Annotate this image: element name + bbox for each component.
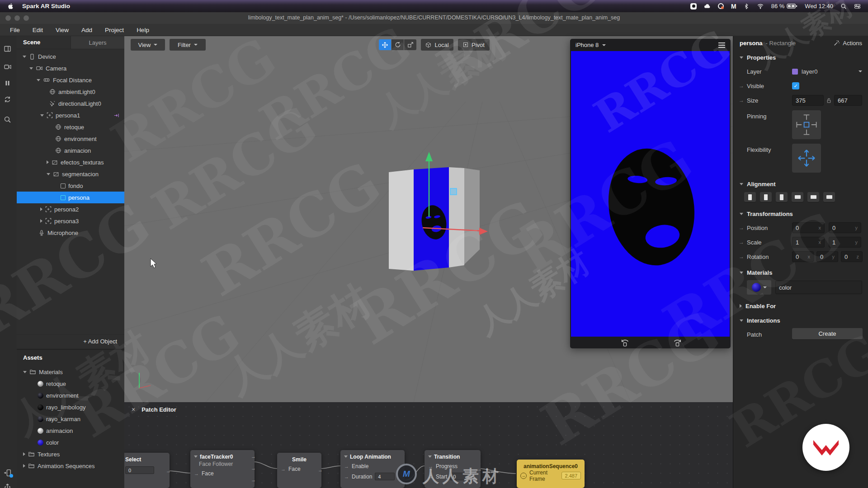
actions-button[interactable]: Actions [834, 40, 862, 47]
tree-item-animacion[interactable]: animacion [17, 145, 124, 156]
rotation-x-field[interactable]: 0x [792, 251, 814, 262]
tree-item-camera[interactable]: Camera [17, 62, 124, 74]
caret-right-icon[interactable] [23, 452, 25, 456]
cloud-status-icon[interactable] [704, 3, 711, 9]
align-left-button[interactable] [744, 192, 756, 202]
sync-restart-icon[interactable] [4, 96, 11, 103]
caret-right-icon[interactable] [23, 464, 25, 468]
caret-right-icon[interactable] [47, 160, 49, 164]
caret-down-icon[interactable] [40, 114, 44, 117]
patch-node-select[interactable]: Select 0 → [124, 453, 170, 488]
position-y-field[interactable]: 0y [829, 222, 861, 233]
material-name-field[interactable]: color [775, 281, 862, 294]
m-status-icon[interactable]: M [731, 3, 736, 10]
rotate-left-icon[interactable] [621, 339, 629, 347]
section-transformations[interactable]: Transformations [733, 208, 868, 220]
add-object-button[interactable]: + Add Object [17, 334, 124, 348]
patch-node-animation-sequence[interactable]: animationSequence0 → Current Frame 2.487 [517, 460, 585, 488]
chevron-down-icon[interactable] [859, 70, 862, 72]
patch-node-loop-animation[interactable]: Loop Animation →Enable → Duration 4 → [340, 450, 405, 488]
tree-item-retoque[interactable]: retoque [17, 121, 124, 133]
asset-folder-materials[interactable]: Materials [17, 366, 124, 378]
visible-checkbox[interactable]: ✓ [792, 82, 799, 89]
output-port[interactable]: → [251, 454, 256, 459]
input-port[interactable]: → [344, 464, 349, 469]
align-bottom-button[interactable] [823, 192, 835, 202]
video-camera-icon[interactable] [4, 63, 12, 70]
duration-field[interactable]: 4 [375, 473, 395, 480]
tree-item-efectos-texturas[interactable]: efectos_texturas [17, 156, 124, 168]
spotlight-search-icon[interactable] [840, 3, 847, 9]
simulator-screen[interactable] [571, 51, 730, 337]
battery-status[interactable]: 86 % [771, 3, 798, 9]
wall-left-segment[interactable] [389, 169, 414, 271]
asset-material-animacion[interactable]: animacion [17, 425, 124, 436]
caret-down-icon[interactable] [29, 67, 33, 70]
asset-material-rayo-karman[interactable]: rayo_karman [17, 413, 124, 425]
scale-tool-button[interactable] [404, 39, 416, 50]
create-patch-button[interactable]: Create [792, 328, 863, 339]
apple-icon[interactable] [7, 3, 14, 9]
tree-item-persona3[interactable]: persona3 [17, 215, 124, 227]
material-picker[interactable] [747, 280, 771, 295]
bluetooth-icon[interactable] [744, 3, 750, 9]
gizmo-plane-handle[interactable] [450, 188, 457, 195]
export-share-icon[interactable] [4, 483, 11, 488]
input-port[interactable]: → [194, 471, 199, 476]
layer-value[interactable]: layer0 [802, 68, 817, 75]
view-dropdown[interactable]: View [131, 39, 165, 51]
flexibility-widget[interactable] [792, 144, 821, 173]
tree-item-fondo[interactable]: fondo [17, 180, 124, 192]
align-right-button[interactable] [776, 192, 788, 202]
section-enable-for[interactable]: Enable For [733, 300, 868, 312]
simulator-menu-icon[interactable] [718, 42, 725, 48]
notification-status-icon[interactable] [718, 3, 724, 9]
asset-material-rayo-limbology[interactable]: rayo_limbology [17, 401, 124, 413]
menu-file[interactable]: File [4, 27, 26, 33]
tab-layers[interactable]: Layers [71, 36, 124, 49]
asset-material-retoque[interactable]: retoque [17, 378, 124, 389]
input-port[interactable]: → [344, 474, 349, 479]
caret-down-icon[interactable] [428, 455, 432, 458]
send-to-device-icon[interactable] [4, 469, 12, 477]
select-value-field[interactable]: 0 [125, 466, 154, 474]
patch-node-smile[interactable]: Smile →Face → [277, 453, 321, 488]
tree-item-segmentacion[interactable]: segmentacion [17, 168, 124, 180]
output-port[interactable]: → [251, 477, 256, 483]
caret-right-icon[interactable] [40, 207, 42, 211]
simulator-device-dropdown[interactable]: iPhone 8 [576, 42, 599, 48]
menubar-clock[interactable]: Wed 12:40 [805, 3, 833, 9]
align-middle-v-button[interactable] [807, 192, 819, 202]
tree-item-persona2[interactable]: persona2 [17, 203, 124, 215]
align-top-button[interactable] [792, 192, 803, 202]
rotation-y-field[interactable]: 0y [816, 251, 838, 262]
menu-help[interactable]: Help [130, 27, 156, 33]
rotation-z-field[interactable]: 0z [841, 251, 863, 262]
caret-down-icon[interactable] [47, 173, 50, 175]
size-height-field[interactable]: 667 [834, 95, 862, 106]
align-center-h-button[interactable] [760, 192, 772, 202]
pivot-button[interactable]: Pivot [458, 39, 490, 51]
asset-material-color[interactable]: color [17, 436, 124, 448]
tree-item-ambientlight[interactable]: ambientLight0 [17, 86, 124, 98]
pinning-widget[interactable] [792, 110, 821, 139]
tab-scene[interactable]: Scene [23, 39, 40, 46]
asset-folder-animation-sequences[interactable]: Animation Sequences [17, 460, 124, 472]
pause-bars-icon[interactable] [4, 80, 11, 87]
position-x-field[interactable]: 0x [792, 222, 825, 233]
control-center-icon[interactable] [854, 3, 861, 9]
section-interactions[interactable]: Interactions [733, 314, 868, 326]
input-port[interactable]: → [520, 473, 527, 479]
rotate-right-icon[interactable] [673, 339, 682, 347]
section-materials[interactable]: Materials [733, 267, 868, 278]
tree-item-persona-selected[interactable]: persona [17, 192, 124, 203]
scale-y-field[interactable]: 1y [829, 237, 861, 248]
patch-editor[interactable]: × Patch Editor Select 0 → faceTracker0 F [124, 402, 733, 488]
menu-edit[interactable]: Edit [26, 27, 49, 33]
panels-layout-icon[interactable] [4, 45, 11, 52]
wall-mid-segment[interactable] [449, 167, 464, 267]
section-alignment[interactable]: Alignment [733, 178, 868, 190]
local-space-button[interactable]: Local [421, 39, 453, 51]
record-status-icon[interactable] [690, 3, 697, 9]
input-port[interactable]: → [281, 466, 286, 472]
